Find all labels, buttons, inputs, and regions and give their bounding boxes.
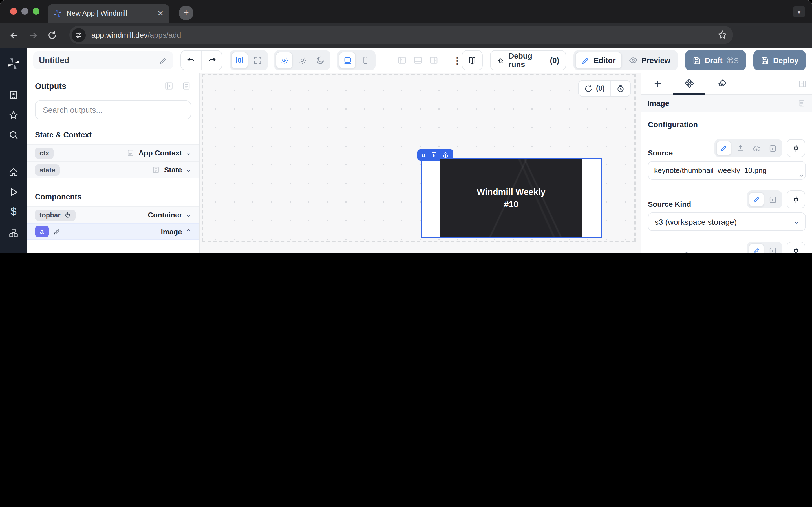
refresh-icon [584, 84, 593, 93]
output-row-ctx[interactable]: ctx App Context ⌄ [27, 144, 199, 161]
back-icon[interactable] [9, 30, 19, 40]
workspace-building-icon[interactable] [8, 90, 19, 100]
state-badge[interactable]: state [35, 164, 60, 175]
static-pencil-icon[interactable] [749, 192, 764, 207]
edit-id-pencil-icon[interactable] [53, 228, 61, 235]
windmill-favicon [54, 9, 62, 17]
favorites-star-icon[interactable] [8, 110, 19, 121]
url-text: app.windmill.dev/apps/add [91, 31, 717, 39]
app-name-field[interactable]: Untitled [33, 51, 173, 69]
redo-button[interactable] [201, 51, 221, 70]
preview-tab[interactable]: Preview [623, 52, 676, 69]
connect-plug-button[interactable] [786, 139, 805, 157]
styling-brush-tab[interactable] [717, 78, 727, 89]
selected-image-component[interactable]: a Windmill Weekly #10 [421, 158, 602, 238]
a-badge[interactable]: a [35, 226, 49, 237]
undo-button[interactable] [181, 51, 201, 70]
collapse-panel-icon[interactable] [164, 81, 174, 91]
settings-tabs [641, 73, 812, 95]
browser-tab[interactable]: New App | Windmill ✕ [48, 4, 169, 22]
fx-expression-icon[interactable] [765, 243, 780, 253]
history-button[interactable] [610, 80, 631, 96]
draft-button[interactable]: Draft ⌘S [685, 50, 746, 70]
maximize-window-button[interactable] [33, 8, 40, 15]
editor-tab[interactable]: Editor [575, 52, 622, 69]
docs-book-icon [467, 55, 477, 65]
static-pencil-icon[interactable] [749, 243, 764, 253]
refresh-app-button[interactable]: (0) [578, 80, 610, 96]
editor-pencil-icon [581, 56, 590, 64]
close-window-button[interactable] [10, 8, 17, 15]
windmill-logo[interactable] [7, 57, 20, 70]
fx-expression-icon[interactable] [765, 141, 780, 156]
state-context-title: State & Context [35, 131, 191, 139]
reload-icon[interactable] [47, 31, 57, 40]
resources-cubes-icon[interactable] [8, 228, 19, 238]
collapse-right-panel-icon[interactable] [798, 79, 807, 89]
expand-down-icon[interactable] [430, 152, 437, 158]
expand-canvas-button[interactable] [249, 52, 266, 69]
panel-left-icon[interactable] [397, 55, 407, 65]
minimize-window-button[interactable] [21, 8, 28, 15]
upload-icon[interactable] [732, 141, 748, 156]
address-bar[interactable]: app.windmill.dev/apps/add [69, 26, 733, 44]
topbar-badge[interactable]: topbar [35, 209, 76, 221]
new-tab-button[interactable]: + [179, 6, 193, 20]
center-canvas-button[interactable] [231, 52, 248, 69]
component-settings-tab[interactable] [684, 78, 695, 89]
docs-button[interactable] [462, 50, 483, 70]
search-icon[interactable] [8, 129, 19, 140]
home-icon[interactable] [8, 167, 19, 177]
theme-dark-button[interactable] [312, 52, 328, 69]
component-doc-icon[interactable] [797, 99, 806, 107]
connect-plug-button[interactable] [786, 190, 805, 209]
runs-play-icon[interactable] [8, 187, 18, 197]
static-pencil-icon[interactable] [716, 141, 731, 156]
chevron-down-icon[interactable]: ⌄ [186, 211, 191, 219]
connect-plug-button[interactable] [786, 242, 805, 253]
rename-pencil-icon[interactable] [159, 56, 167, 64]
doc-panel-icon[interactable] [182, 81, 191, 91]
panel-right-icon[interactable] [428, 55, 439, 65]
insert-component-tab[interactable] [652, 78, 663, 89]
component-type-title: Image [647, 99, 797, 107]
panel-bottom-icon[interactable] [412, 55, 423, 65]
deploy-button[interactable]: Deploy [753, 50, 806, 70]
site-info-icon[interactable] [71, 28, 86, 42]
more-options-kebab-icon[interactable]: ⋮ [453, 55, 462, 66]
source-input-mode-group [714, 139, 782, 157]
search-input[interactable] [42, 105, 185, 115]
theme-light-button[interactable] [294, 52, 310, 69]
ctx-badge[interactable]: ctx [35, 147, 54, 159]
cloud-upload-icon[interactable] [749, 141, 764, 156]
source-value-field[interactable]: keynote/thumbnail_weekly_10.png [648, 161, 806, 180]
chevron-up-icon[interactable]: ⌃ [186, 228, 191, 235]
tab-search-chevron-icon[interactable]: ▾ [793, 6, 805, 17]
chevron-down-icon[interactable]: ⌄ [186, 149, 191, 157]
chevron-down-icon[interactable]: ⌄ [186, 166, 191, 173]
divider [0, 155, 27, 156]
editor-preview-group: Editor Preview [573, 50, 678, 70]
source-kind-select[interactable]: s3 (workspace storage) ⌄ [648, 212, 806, 231]
theme-auto-button[interactable] [275, 52, 292, 69]
editor-label: Editor [594, 56, 616, 64]
bookmark-star-icon[interactable] [717, 30, 727, 40]
app-canvas[interactable]: (0) a Windmill Weekly #10 − [200, 73, 641, 253]
outputs-search[interactable] [35, 100, 191, 119]
a-type: Image [161, 227, 182, 236]
anchor-icon[interactable] [442, 152, 449, 158]
mobile-view-button[interactable] [357, 52, 374, 69]
output-row-topbar[interactable]: topbar Container ⌄ [27, 206, 199, 223]
debug-runs-button[interactable]: Debug runs (0) [490, 50, 566, 70]
app-editor-toolbar: Untitled [27, 48, 812, 73]
tab-close-icon[interactable]: ✕ [157, 9, 163, 17]
resize-grip[interactable] [799, 173, 804, 177]
forward-icon[interactable] [28, 30, 38, 40]
output-row-state[interactable]: state State ⌄ [27, 161, 199, 178]
billing-dollar-icon[interactable]: $ [10, 206, 16, 218]
selection-badge[interactable]: a [417, 149, 454, 161]
desktop-view-button[interactable] [339, 52, 356, 69]
output-row-a-selected[interactable]: a Image ⌃ [27, 223, 199, 240]
history-clock-icon [617, 84, 625, 93]
fx-expression-icon[interactable] [765, 192, 780, 207]
